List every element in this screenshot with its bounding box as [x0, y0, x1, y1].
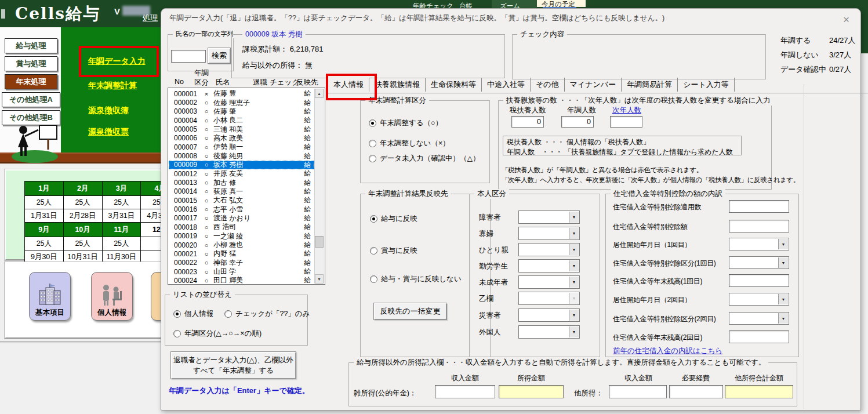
list-item[interactable]: 000023○山田 学給: [169, 267, 314, 276]
list-item[interactable]: 000012○井原 友美給: [169, 169, 314, 178]
dropdown[interactable]: ▼: [518, 243, 580, 256]
radio-icon[interactable]: [370, 215, 377, 223]
list-item[interactable]: 000001×佐藤 豊給: [169, 89, 314, 98]
list-item[interactable]: 000002○佐藤 理恵子給: [169, 98, 314, 107]
radio-sort-personal[interactable]: 個人情報: [173, 309, 213, 319]
dropdown[interactable]: ▼: [518, 227, 580, 240]
list-item[interactable]: 000018○西 浩司給: [169, 223, 314, 231]
radio-dest-bonus[interactable]: 賞与に反映: [370, 246, 417, 256]
menu-link-4[interactable]: 源泉徴収票: [88, 127, 129, 137]
tab-扶養親族情報[interactable]: 扶養親族情報: [369, 78, 426, 92]
chevron-down-icon[interactable]: ▼: [569, 277, 579, 288]
radio-calc-dont[interactable]: 年末調整しない（×）: [369, 139, 450, 148]
list-item[interactable]: 000008○後藤 純男給: [169, 151, 314, 160]
list-item[interactable]: 000013○加古 修給: [169, 178, 314, 187]
tax-dependents-input[interactable]: 0: [511, 116, 544, 128]
misc-income-revenue-input[interactable]: [435, 385, 495, 398]
sidebar-button-1[interactable]: 給与処理: [5, 38, 57, 53]
scroll-up-icon[interactable]: ▲: [315, 89, 324, 98]
other-income-total-input[interactable]: [725, 385, 793, 398]
list-item[interactable]: 000009○坂本 秀樹給: [169, 161, 314, 169]
search-input[interactable]: [171, 50, 206, 63]
list-item[interactable]: 000021○内野 猛給: [169, 249, 314, 258]
tab-シート入力等[interactable]: シート入力等: [678, 78, 735, 92]
dropdown[interactable]: ▼: [729, 293, 789, 306]
list-item[interactable]: 000014○荻原 真一給: [169, 187, 314, 196]
scroll-down-icon[interactable]: ▼: [315, 274, 324, 284]
chevron-down-icon[interactable]: ▼: [569, 310, 579, 321]
radio-icon[interactable]: [224, 310, 232, 318]
chevron-down-icon[interactable]: ▼: [778, 294, 788, 304]
close-icon[interactable]: ×: [843, 13, 849, 26]
radio-icon[interactable]: [173, 310, 181, 318]
menu-link-3[interactable]: 源泉徴収簿: [88, 106, 129, 116]
other-income-revenue-input[interactable]: [609, 385, 667, 398]
radio-icon[interactable]: [370, 275, 377, 283]
misc-income-amount-input[interactable]: [499, 385, 564, 398]
radio-sort-kubun-order[interactable]: 年調区分(△→○→×の順): [173, 329, 262, 339]
list-item[interactable]: 000022○神部 幸子給: [169, 259, 314, 267]
nencho-dependents-input[interactable]: 0: [561, 116, 594, 128]
list-item[interactable]: 000006○高木 政美給: [169, 134, 314, 143]
chevron-down-icon[interactable]: ▼: [569, 212, 579, 223]
menu-link-2[interactable]: 年末調整計算: [88, 81, 137, 91]
personal-info-button[interactable]: 個人情報: [91, 272, 133, 321]
tab-生命保険料等[interactable]: 生命保険料等: [426, 78, 482, 92]
radio-calc-do[interactable]: 年末調整する（○）: [369, 118, 442, 128]
search-button[interactable]: 検索: [208, 48, 231, 64]
chevron-down-icon[interactable]: ▼: [569, 260, 579, 271]
list-item[interactable]: 000017○渡邉 かおり給: [169, 214, 314, 223]
sidebar-button-3[interactable]: 年末処理: [5, 74, 57, 89]
text-input[interactable]: [729, 274, 789, 287]
scrollbar-thumb[interactable]: [315, 236, 324, 248]
next-year-dependents-input[interactable]: [610, 116, 642, 128]
text-input[interactable]: [729, 200, 789, 213]
dropdown[interactable]: ▼: [729, 256, 789, 269]
list-scrollbar[interactable]: ▲ ▼: [314, 89, 324, 284]
chevron-down-icon[interactable]: ▼: [569, 228, 579, 239]
topbar-item-month-schedule[interactable]: 今月の予定: [542, 0, 575, 9]
list-item[interactable]: 000024○田口 輝美給: [169, 276, 314, 284]
radio-dest-salary[interactable]: 給与に反映: [370, 214, 417, 224]
other-income-expense-input[interactable]: [669, 385, 723, 398]
chevron-down-icon[interactable]: ▼: [778, 257, 788, 268]
chevron-down-icon[interactable]: ▼: [569, 326, 579, 337]
list-item[interactable]: 000005○三浦 和美給: [169, 125, 314, 133]
list-item[interactable]: 000004○小林 良二給: [169, 116, 314, 125]
bulk-change-destination-button[interactable]: 反映先の一括変更: [373, 303, 447, 320]
dropdown[interactable]: ▼: [518, 308, 580, 322]
sidebar-button-4[interactable]: その他処理A: [2, 92, 60, 107]
list-item[interactable]: 000020○小柳 雅也給: [169, 241, 314, 249]
dropdown[interactable]: ▼: [518, 210, 580, 224]
list-item[interactable]: 000015○大石 弘文給: [169, 196, 314, 205]
tab-マイナンバー[interactable]: マイナンバー: [565, 78, 622, 92]
list-item[interactable]: 000019○一之瀬 綾給: [169, 232, 314, 241]
list-item[interactable]: 000016○志平 小雪給: [169, 205, 314, 213]
chevron-down-icon[interactable]: ▼: [778, 239, 788, 249]
radio-icon[interactable]: [370, 247, 377, 255]
tab-その他[interactable]: その他: [531, 78, 565, 92]
dropdown[interactable]: ▼: [518, 259, 580, 273]
dropdown[interactable]: ▼: [729, 238, 789, 250]
text-input[interactable]: [729, 331, 789, 343]
list-item[interactable]: 000003○佐藤 肇給: [169, 107, 314, 116]
radio-dest-none[interactable]: 給与・賞与に反映しない: [370, 274, 462, 284]
radio-icon[interactable]: [369, 155, 376, 162]
radio-calc-pending[interactable]: データ未入力（確認中）（△）: [369, 154, 480, 164]
tab-年調簡易計算[interactable]: 年調簡易計算: [622, 78, 678, 92]
radio-sort-check-only[interactable]: チェックが「??」のみ: [224, 309, 310, 319]
sidebar-button-2[interactable]: 賞与処理: [5, 56, 57, 71]
tab-中途入社等[interactable]: 中途入社等: [482, 78, 531, 92]
chevron-down-icon[interactable]: ▼: [778, 313, 788, 324]
dropdown[interactable]: ▼: [729, 312, 789, 325]
previous-year-loan-link[interactable]: 前年の住宅借入金の内訳はこちら: [613, 346, 722, 356]
list-item[interactable]: 000007○伊勢 順一給: [169, 143, 314, 151]
menu-processing[interactable]: 処理: [143, 13, 158, 23]
radio-icon[interactable]: [173, 330, 181, 337]
dropdown[interactable]: ▼: [518, 325, 580, 339]
text-input[interactable]: [729, 220, 789, 233]
bulk-set-nencho-button[interactable]: 退職者とデータ未入力(△)、乙欄以外 すべて「年末調整」する: [170, 351, 296, 379]
radio-icon[interactable]: [369, 140, 376, 147]
chevron-down-icon[interactable]: ▼: [569, 244, 579, 255]
radio-icon[interactable]: [369, 119, 376, 127]
